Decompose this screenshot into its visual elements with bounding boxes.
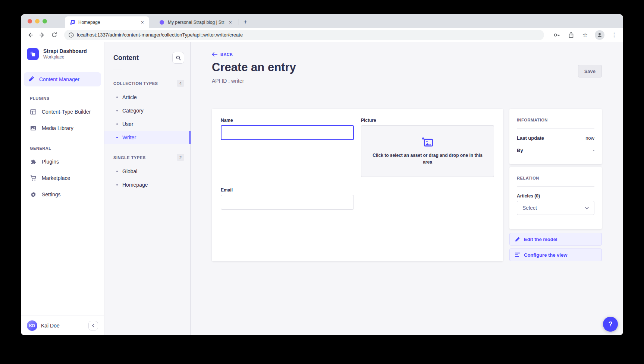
sidebar-item-content-manager[interactable]: Content Manager — [24, 72, 101, 86]
tab-strapi-blog[interactable]: My personal Strapi blog | Strap × — [154, 16, 237, 28]
sidebar-item-plugins[interactable]: Plugins — [21, 153, 104, 170]
url-text: localhost:1337/admin/content-manager/col… — [77, 32, 243, 38]
search-icon — [176, 56, 181, 60]
sidebar-item-label: Content Manager — [39, 76, 79, 82]
select-value: Select — [522, 205, 537, 211]
password-key-icon[interactable] — [552, 31, 561, 39]
content-type-builder-icon — [30, 109, 37, 115]
information-card: INFORMATION Last update now By - — [509, 109, 602, 164]
main-canvas: BACK Create an entry API ID : writer Sav… — [191, 42, 623, 335]
browser-toolbar: localhost:1337/admin/content-manager/col… — [21, 28, 623, 42]
tab-close-icon[interactable]: × — [139, 19, 145, 25]
window-controls — [21, 14, 54, 28]
name-input[interactable] — [221, 125, 354, 140]
back-link[interactable]: BACK — [212, 52, 233, 57]
tab-title: My personal Strapi blog | Strap — [168, 20, 224, 25]
brand-text: Strapi Dashboard Workplace — [43, 48, 87, 60]
brand-block[interactable]: Strapi Dashboard Workplace — [21, 42, 104, 67]
help-button[interactable]: ? — [603, 317, 618, 332]
configure-view-button[interactable]: Configure the view — [509, 249, 602, 261]
chevron-down-icon — [585, 207, 589, 209]
configure-view-label: Configure the view — [524, 252, 567, 258]
tab-separator — [239, 19, 239, 25]
picture-field-group: Picture Click to select an asset or drag… — [361, 118, 494, 177]
new-tab-button[interactable]: + — [241, 17, 250, 27]
content-subnav: Content COLLECTION TYPES 4 Article Categ… — [104, 42, 191, 335]
info-value: now — [585, 135, 594, 141]
tab-strip: Homepage × My personal Strapi blog | Str… — [21, 14, 623, 28]
brand-subtitle: Workplace — [43, 54, 87, 60]
site-info-icon[interactable] — [69, 32, 74, 38]
picture-label: Picture — [361, 118, 494, 123]
group-header-collection-types: COLLECTION TYPES 4 — [104, 80, 190, 87]
user-name[interactable]: Kai Doe — [41, 323, 85, 329]
sidebar-item-settings[interactable]: Settings — [21, 186, 104, 203]
save-button[interactable]: Save — [578, 65, 602, 77]
subnav-item-article[interactable]: Article — [104, 91, 190, 104]
right-rail: INFORMATION Last update now By - RELATIO… — [509, 109, 602, 261]
content-row: Name Picture — [212, 109, 602, 261]
email-field-group: Email — [221, 187, 354, 210]
sidebar-item-label: Settings — [42, 192, 61, 197]
bullet-icon — [116, 137, 118, 138]
pencil-icon — [515, 237, 520, 242]
subnav-divider — [113, 70, 122, 70]
tab-homepage[interactable]: Homepage × — [65, 16, 149, 28]
back-nav-icon[interactable] — [25, 30, 35, 40]
search-button[interactable] — [172, 52, 184, 64]
bullet-icon — [116, 184, 118, 186]
url-bar[interactable]: localhost:1337/admin/content-manager/col… — [64, 30, 544, 40]
sidebar-item-label: Marketplace — [42, 175, 70, 181]
subnav-item-category[interactable]: Category — [104, 104, 190, 117]
reload-icon[interactable] — [49, 30, 59, 40]
sidebar-item-marketplace[interactable]: Marketplace — [21, 170, 104, 186]
info-label: By — [517, 148, 523, 153]
edit-model-button[interactable]: Edit the model — [509, 233, 602, 246]
user-avatar[interactable]: KD — [27, 320, 37, 331]
tab-title: Homepage — [78, 20, 136, 25]
subnav-item-user[interactable]: User — [104, 117, 190, 131]
close-window-button[interactable] — [28, 19, 32, 23]
maximize-window-button[interactable] — [43, 19, 47, 23]
info-label: Last update — [517, 135, 544, 141]
browser-menu-icon[interactable]: ⋮ — [610, 31, 619, 39]
media-library-icon — [30, 126, 37, 131]
information-header: INFORMATION — [517, 118, 594, 122]
page-subtitle: API ID : writer — [212, 78, 244, 84]
browser-window: Homepage × My personal Strapi blog | Str… — [21, 14, 623, 335]
bullet-icon — [116, 123, 118, 125]
forward-nav-icon[interactable] — [37, 30, 47, 40]
subnav-item-homepage[interactable]: Homepage — [104, 178, 190, 192]
add-image-icon — [422, 137, 434, 148]
count-badge: 2 — [177, 154, 184, 161]
info-row-by: By - — [517, 148, 594, 153]
subnav-title: Content — [113, 54, 139, 62]
tab-close-icon[interactable]: × — [227, 19, 233, 25]
subnav-item-global[interactable]: Global — [104, 165, 190, 178]
collapse-sidebar-button[interactable] — [88, 321, 98, 330]
bullet-icon — [116, 110, 118, 111]
bookmark-star-icon[interactable]: ☆ — [581, 31, 590, 39]
sidebar-section-plugins: PLUGINS Content-Type Builder Media Libra… — [21, 96, 104, 136]
sidebar-item-media-library[interactable]: Media Library — [21, 120, 104, 136]
group-header-single-types: SINGLE TYPES 2 — [104, 154, 190, 161]
sidebar-divider — [21, 67, 104, 67]
email-input[interactable] — [221, 195, 354, 210]
subnav-item-label: User — [122, 121, 133, 127]
share-icon[interactable] — [566, 31, 575, 39]
subnav-item-writer[interactable]: Writer — [104, 131, 190, 144]
articles-select[interactable]: Select — [517, 201, 594, 215]
picture-upload-dropzone[interactable]: Click to select an asset or drag and dro… — [361, 125, 494, 177]
subnav-item-label: Article — [122, 94, 137, 100]
entry-form-card: Name Picture — [212, 109, 503, 261]
browser-profile-avatar[interactable] — [595, 30, 604, 40]
group-label: COLLECTION TYPES — [113, 81, 158, 86]
upload-hint-text: Click to select an asset or drag and dro… — [368, 152, 487, 165]
bullet-icon — [116, 171, 118, 172]
cart-icon — [30, 175, 37, 181]
minimize-window-button[interactable] — [35, 19, 40, 23]
sidebar-item-content-type-builder[interactable]: Content-Type Builder — [21, 104, 104, 120]
gear-icon — [30, 192, 37, 198]
back-label: BACK — [220, 52, 233, 57]
bullet-icon — [116, 96, 118, 98]
